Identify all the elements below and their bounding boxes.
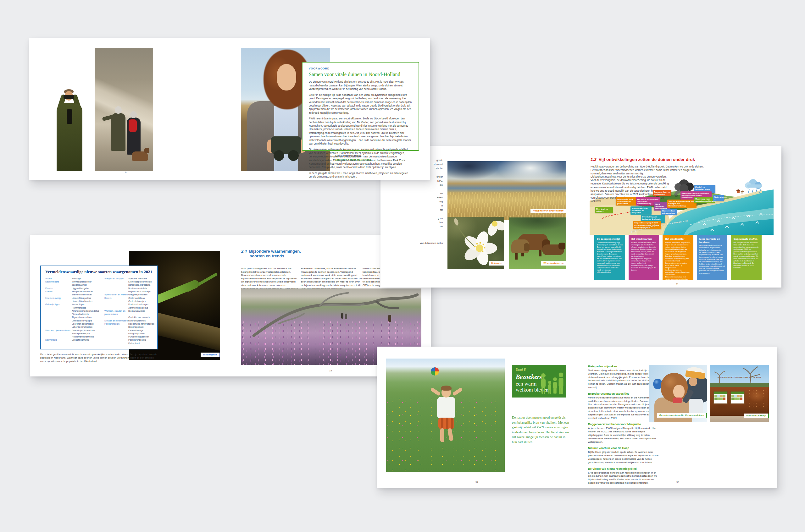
- species-category: Paddenstoelen: [104, 322, 128, 326]
- caption-wisenten: Wisentenkalveren: [541, 261, 566, 266]
- species-category: Wantsen, cicaden en: [104, 309, 128, 313]
- caption-tab: [219, 353, 220, 357]
- goal5-section-text: Al jaren beheert PWN landgoed Marquette …: [588, 427, 659, 444]
- species-category: Sprinkhanen en krekels: [104, 293, 128, 296]
- caption-tab: [768, 414, 769, 418]
- page-number-19: 19: [329, 369, 332, 372]
- page10-text-line: len: [383, 220, 443, 224]
- species-name: Populierenspeldje: [128, 338, 154, 342]
- species-name: Lebertia minutipalpis: [72, 326, 104, 329]
- foreword-kicker: VOORWOORD: [309, 67, 412, 70]
- species-name: Witkraagnetboorder: [72, 280, 104, 283]
- species-name: Liggend bergvlas: [72, 287, 104, 290]
- species-category: [104, 332, 128, 335]
- species-category: [104, 338, 128, 342]
- goal5-section-text: Bij De Hoep ging de voortuin op de schop…: [588, 451, 659, 464]
- figure-hiker: [345, 314, 347, 319]
- species-category: plantenluizen: [104, 313, 128, 316]
- species-category: Mossen en korstmossen: [104, 319, 128, 322]
- binoculars-icon: [271, 136, 301, 154]
- species-category: [45, 293, 72, 296]
- species-category: [104, 280, 128, 283]
- pressure-boxes-row: De zeespiegel stijgtDoor klimaatverander…: [594, 235, 762, 280]
- pressure-box: Meer recreatie en toerismeDe groeiende b…: [697, 235, 728, 280]
- diagram-label: Natuur onder druk door droogte in groeis…: [616, 197, 636, 206]
- species-name: Xanthomus pallidus: [128, 306, 154, 309]
- figure-arm: [452, 387, 463, 396]
- page10-text-line: [383, 228, 443, 232]
- photo-voortuin-de-hoep: NOORDHOLLANDS DUINRESERVAAT · DE HOEP Vo…: [710, 365, 769, 422]
- spread-pressures: groot,ed omvatorischeeheerNPL,cleveetref…: [381, 146, 782, 287]
- species-name: Donkere kustkruiper: [128, 303, 154, 306]
- section-1-2-intro: Het klimaat verandert en de bevolking va…: [590, 165, 706, 176]
- page-number-34: 34: [475, 481, 478, 483]
- species-name: [128, 313, 154, 316]
- figure-hiker: [341, 313, 343, 319]
- pressure-box: De zeespiegel stijgtDoor klimaatverander…: [594, 235, 625, 280]
- species-name: Muurtonijnenmos: [128, 319, 154, 322]
- cap-icon: [685, 366, 706, 379]
- species-name: [72, 342, 104, 345]
- page10-text-line: nag: [383, 200, 443, 204]
- species-name: Zandblauwmot: [72, 283, 104, 287]
- rainbow-ball: [431, 367, 439, 376]
- caption-voortuin: Voortuin De Hoep: [744, 414, 769, 418]
- foreword-title: Samen voor vitale duinen in Noord-Hollan…: [309, 72, 412, 78]
- species-name: Hoplismenus terrificus: [72, 335, 104, 338]
- figure-face: [673, 385, 684, 398]
- cutout-pattern: [748, 389, 768, 407]
- species-category: [45, 322, 72, 326]
- figure-arm: [430, 387, 441, 396]
- species-category: Vliegen en muggen: [104, 277, 128, 280]
- goal5-section-text: Er is een groeiende behoefte aan recreat…: [588, 471, 659, 485]
- caption-tab: [504, 261, 504, 266]
- species-name: Limnephilus hirsutus: [72, 300, 104, 303]
- family-icon: [540, 373, 564, 395]
- pressure-box-text: Het ecosysteem van de duinen staat onder…: [733, 242, 759, 269]
- species-name: Kalkspikkel: [128, 342, 154, 345]
- photo-dune-rose: Duinroos: [447, 217, 504, 269]
- diagram-label: Soorten kunnen moeilijk mee bewegen met …: [667, 200, 696, 208]
- species-name: knolgordijnzwam: [128, 332, 154, 335]
- species-name: Arrenurus mediorotundatus: [72, 309, 104, 313]
- page10-text-line: de: [383, 224, 443, 228]
- figure-face: [277, 64, 296, 91]
- photo-birdwatcher: [40, 48, 98, 171]
- pressure-box-title: Het wordt warmer: [631, 238, 657, 241]
- foreword-paragraph: PWN neemt daarin graag een voortrekkersr…: [309, 117, 412, 146]
- species-name: Kempense heidelibel: [72, 290, 104, 293]
- species-category: Wespen, bijen en mieren: [45, 329, 72, 332]
- caption-tab: [566, 209, 566, 213]
- caption-tab: [706, 413, 707, 418]
- photo-boy-meadow: [386, 359, 505, 472]
- foreword-paragraph: De duinen van Noord-Holland zijn iets om…: [309, 80, 412, 91]
- pressure-box-title: Ongewenste stoffen: [733, 238, 759, 241]
- caption-tab: [566, 261, 566, 266]
- section-1-2-heading: 1.2Vijf ontwikkelingen zetten de duinen …: [590, 157, 695, 162]
- species-category: [45, 319, 72, 322]
- caption-duinroos: Duinroos: [489, 261, 504, 266]
- wall-sign-text: NOORDHOLLANDS DUINRESERVAAT · DE HOEP: [710, 377, 769, 378]
- pressure-box-title: Meer recreatie en toerisme: [699, 238, 725, 244]
- pressure-box-text: Behalve warmer en droger weer, krijgen w…: [665, 242, 691, 280]
- species-name: Nostima semialata: [128, 287, 154, 290]
- species-category: [104, 342, 128, 345]
- pressure-box-text: We zien ook dat het vaker warm en droog …: [631, 242, 657, 271]
- species-category: [104, 283, 128, 287]
- species-category: [104, 316, 128, 319]
- figure-shirt: [437, 397, 455, 419]
- species-name: Piona clavicornis: [72, 313, 104, 316]
- binoculars-strap: [67, 109, 72, 124]
- species-name: Kaneelkleurige: [128, 329, 154, 332]
- page10-text-line: etreft: [383, 195, 443, 200]
- microscope-body: [689, 399, 703, 415]
- species-category: [45, 300, 72, 303]
- species-category: Dagvlinders: [45, 338, 72, 342]
- figure-shorts: [438, 418, 454, 429]
- photo-visitor-centre: Bezoekerscentrum De Kennemerduinen: [649, 365, 707, 422]
- foreword-paragraph: Zeker in de huidige tijd is de noodzaak …: [309, 93, 412, 115]
- species-category: [104, 303, 128, 306]
- spread-foreword: VOORWOORD Samen voor vitale duinen in No…: [29, 38, 430, 180]
- species-category: Insecten overig: [45, 297, 72, 300]
- photo-high-water: Hoog water in Groot Olmen: [447, 161, 566, 220]
